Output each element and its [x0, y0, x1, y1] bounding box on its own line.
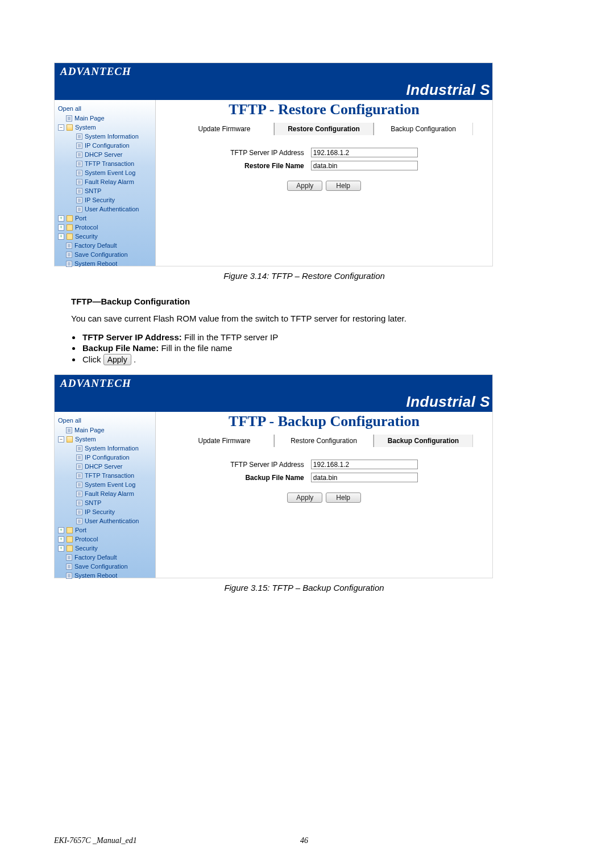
tree-item-system[interactable]: − System — [58, 435, 153, 444]
content-pane: TFTP - Restore Configuration Update Firm… — [156, 100, 492, 266]
figure-caption-315: Figure 3.15: TFTP – Backup Configuration — [54, 583, 554, 592]
tree-label: IP Configuration — [85, 141, 130, 149]
open-all-link[interactable]: Open all — [58, 105, 81, 112]
button-row: Apply Help — [161, 493, 487, 503]
page-icon — [76, 500, 82, 506]
tree-item-protocol[interactable]: +Protocol — [58, 223, 153, 232]
filename-input[interactable] — [311, 161, 418, 170]
tree-item[interactable]: System Event Log — [58, 480, 153, 489]
ip-input[interactable] — [311, 148, 418, 157]
expand-icon[interactable]: + — [58, 233, 64, 240]
folder-open-icon — [67, 124, 73, 131]
tree-item[interactable]: DHCP Server — [58, 462, 153, 471]
collapse-icon[interactable]: − — [58, 124, 64, 131]
page-icon — [76, 454, 82, 461]
tree-item[interactable]: System Event Log — [58, 168, 153, 177]
tree-item[interactable]: IP Configuration — [58, 453, 153, 462]
page-icon — [66, 427, 72, 433]
open-all-link[interactable]: Open all — [58, 416, 81, 424]
tree-item-port[interactable]: +Port — [58, 525, 153, 535]
tree-item[interactable]: User Authentication — [58, 516, 153, 525]
folder-icon — [67, 527, 73, 533]
page-icon — [66, 252, 72, 258]
tree-item[interactable]: Fault Relay Alarm — [58, 177, 153, 186]
screenshot-body: Open all Main Page − System System Infor… — [55, 412, 492, 578]
section-heading: TFTP—Backup Configuration — [71, 297, 554, 306]
expand-icon[interactable]: + — [58, 224, 64, 231]
tree-item[interactable]: System Information — [58, 444, 153, 453]
tree-item-system-reboot[interactable]: System Reboot — [58, 571, 153, 580]
collapse-icon[interactable]: − — [58, 436, 64, 443]
bullet-list: TFTP Server IP Address: Fill in the TFTP… — [81, 332, 554, 365]
tree-item-factory-default[interactable]: Factory Default — [58, 241, 153, 250]
page-icon — [76, 509, 82, 515]
expand-icon[interactable]: + — [58, 536, 64, 542]
screenshot-body: Open all Main Page − System System Infor… — [55, 100, 492, 266]
tab-update-firmware[interactable]: Update Firmware — [175, 435, 274, 447]
tree-item[interactable]: IP Configuration — [58, 141, 153, 150]
click-word: Click — [82, 354, 103, 364]
tree-item[interactable]: Fault Relay Alarm — [58, 489, 153, 498]
tree-item-factory-default[interactable]: Factory Default — [58, 553, 153, 562]
page-icon — [76, 491, 82, 497]
tab-restore-config[interactable]: Restore Configuration — [274, 435, 374, 447]
tree-label: Port — [75, 214, 86, 222]
tree-item-system[interactable]: − System — [58, 123, 153, 132]
footer-doc-title: EKI-7657C _Manual_ed1 — [54, 836, 137, 845]
ip-input[interactable] — [311, 460, 418, 469]
screenshot-backup: ADVANTECH Industrial S Open all Main Pag… — [54, 374, 493, 578]
tree-item[interactable]: TFTP Transaction — [58, 159, 153, 168]
tree-label: Security — [75, 232, 98, 240]
page-icon — [76, 473, 82, 479]
apply-button[interactable]: Apply — [287, 181, 322, 191]
tree-item[interactable]: IP Security — [58, 195, 153, 205]
tree-item[interactable]: System Information — [58, 132, 153, 141]
filename-input[interactable] — [311, 473, 418, 482]
tab-backup-config[interactable]: Backup Configuration — [374, 435, 473, 447]
tree-label: Security — [75, 544, 98, 552]
tree-item-port[interactable]: +Port — [58, 214, 153, 223]
apply-button[interactable]: Apply — [287, 493, 322, 503]
figure-caption-314: Figure 3.14: TFTP – Restore Configuratio… — [54, 271, 554, 281]
help-button[interactable]: Help — [326, 493, 361, 503]
expand-icon[interactable]: + — [58, 215, 64, 222]
expand-icon[interactable]: + — [58, 527, 64, 533]
tree-item[interactable]: SNTP — [58, 498, 153, 507]
button-row: Apply Help — [161, 181, 487, 191]
brand-header: ADVANTECH — [55, 63, 492, 80]
tree-item-system-reboot[interactable]: System Reboot — [58, 259, 153, 268]
tab-update-firmware[interactable]: Update Firmware — [175, 123, 274, 135]
tree-item-main-page[interactable]: Main Page — [58, 425, 153, 435]
tree-item[interactable]: IP Security — [58, 507, 153, 516]
tree-item-security[interactable]: +Security — [58, 544, 153, 553]
folder-icon — [67, 545, 73, 552]
tree-item-save-config[interactable]: Save Configuration — [58, 562, 153, 571]
tree-label: System — [75, 435, 96, 443]
page-icon — [76, 179, 82, 185]
bullet-bold: Backup File Name: — [82, 343, 159, 353]
tree-item-main-page[interactable]: Main Page — [58, 114, 153, 123]
tree-label: Fault Relay Alarm — [85, 490, 134, 498]
tree-label: SNTP — [85, 499, 101, 507]
folder-icon — [67, 224, 73, 231]
expand-icon[interactable]: + — [58, 545, 64, 552]
help-button[interactable]: Help — [326, 181, 361, 191]
tree-item[interactable]: SNTP — [58, 186, 153, 195]
tree-item[interactable]: User Authentication — [58, 205, 153, 214]
list-item: TFTP Server IP Address: Fill in the TFTP… — [81, 332, 554, 342]
tab-backup-config[interactable]: Backup Configuration — [374, 123, 473, 135]
ip-label: TFTP Server IP Address — [228, 147, 308, 158]
tree-item[interactable]: DHCP Server — [58, 150, 153, 159]
tree-label: System Reboot — [74, 260, 117, 268]
page-icon — [76, 188, 82, 194]
page-icon — [76, 143, 82, 149]
tab-restore-config[interactable]: Restore Configuration — [274, 123, 374, 135]
tree-label: Protocol — [75, 223, 98, 231]
body-paragraph: You can save current Flash ROM value fro… — [71, 313, 554, 324]
tree-item-protocol[interactable]: +Protocol — [58, 535, 153, 544]
tftp-form: TFTP Server IP Address Backup File Name — [227, 457, 421, 485]
tree-item[interactable]: TFTP Transaction — [58, 471, 153, 480]
tree-item-save-config[interactable]: Save Configuration — [58, 250, 153, 259]
tree-item-security[interactable]: +Security — [58, 232, 153, 241]
page-icon — [76, 518, 82, 524]
